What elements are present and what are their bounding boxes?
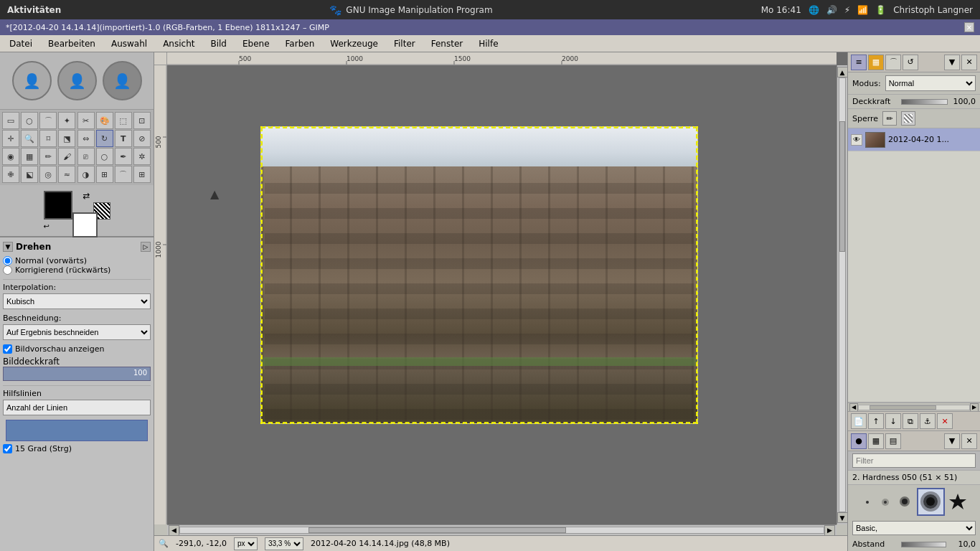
brush-panel-collapse[interactable]: ▼	[944, 433, 960, 449]
horizontal-scrollbar[interactable]: ◀ ▶	[167, 524, 837, 535]
tool-ellipse-select[interactable]: ○	[21, 112, 38, 129]
tool-heal[interactable]: ✙	[2, 166, 19, 183]
layer-visibility-toggle[interactable]: 👁	[851, 134, 862, 146]
tool-clone[interactable]: ✲	[133, 148, 151, 165]
tool-path[interactable]: ⌒	[115, 166, 132, 183]
zoom-icon[interactable]: 🔍	[159, 539, 169, 548]
interpolation-select[interactable]: Kubisch	[3, 293, 151, 309]
battery-icon[interactable]: 🔋	[875, 5, 886, 15]
lock-pixels-btn[interactable]: ✏	[882, 111, 897, 126]
menu-werkzeuge[interactable]: Werkzeuge	[324, 37, 385, 51]
tool-align[interactable]: ⊞	[133, 166, 151, 183]
zoom-select[interactable]: 33,3 %	[265, 537, 303, 550]
wifi-icon[interactable]: 📶	[857, 5, 868, 15]
guides-color-preview[interactable]	[6, 420, 148, 441]
brush-medium[interactable]	[895, 492, 915, 512]
direction-corrective-radio[interactable]: Korrigierend (rückwärts)	[3, 265, 151, 275]
duplicate-layer-btn[interactable]: ⧉	[903, 413, 918, 429]
tool-fg-select[interactable]: ⬚	[115, 112, 132, 129]
brush-soft-small[interactable]	[877, 494, 893, 510]
tool-smudge[interactable]: ≈	[58, 166, 75, 183]
brush-star[interactable]	[947, 491, 969, 513]
preview-checkbox[interactable]	[3, 344, 12, 354]
lower-layer-btn[interactable]: ↓	[885, 413, 901, 429]
foreground-color[interactable]	[44, 191, 72, 220]
tool-measure[interactable]: ⊞	[96, 166, 113, 183]
canvas-scroll-area[interactable]: ▲	[167, 65, 837, 524]
tool-crop[interactable]: ⊡	[133, 112, 151, 129]
menu-bearbeiten[interactable]: Bearbeiten	[42, 37, 102, 51]
h-scrollbar-thumb[interactable]	[308, 527, 566, 533]
tool-airbrush[interactable]: ○	[96, 148, 113, 165]
tool-rect-select[interactable]: ▭	[2, 112, 19, 129]
tool-bucket-fill[interactable]: ◉	[2, 148, 19, 165]
new-layer-btn[interactable]: 📄	[851, 413, 867, 429]
tool-flip[interactable]: ⇔	[77, 130, 95, 147]
layer-item[interactable]: 👁 2012-04-20 1...	[848, 128, 980, 151]
panel-layers-icon[interactable]: ≡	[851, 55, 867, 70]
tool-options-collapse[interactable]: ▼	[3, 242, 13, 252]
tool-gradient[interactable]: ▦	[21, 148, 38, 165]
brushes-icon[interactable]: ●	[851, 433, 867, 449]
activities-label[interactable]: Aktivitäten	[7, 5, 61, 15]
tool-color-picker[interactable]: ⊘	[133, 130, 151, 147]
tool-pencil[interactable]: ✏	[39, 148, 57, 165]
v-scroll-down[interactable]: ▼	[837, 512, 848, 523]
lock-alpha-btn[interactable]	[901, 111, 915, 126]
clip-select[interactable]: Auf Ergebnis beschneiden	[3, 324, 151, 340]
tool-blur[interactable]: ◎	[39, 166, 57, 183]
network-icon[interactable]: 🌐	[809, 5, 819, 15]
tool-text[interactable]: T	[115, 130, 132, 147]
tool-fuzzy-select[interactable]: ✦	[58, 112, 75, 129]
bluetooth-icon[interactable]: ⚡	[844, 5, 850, 15]
menu-filter[interactable]: Filter	[387, 37, 422, 51]
user-name[interactable]: Christoph Langner	[893, 5, 973, 15]
brush-filter-input[interactable]	[852, 453, 976, 468]
close-button[interactable]: ✕	[964, 22, 974, 32]
menu-ansicht[interactable]: Ansicht	[156, 37, 201, 51]
background-color[interactable]	[72, 212, 98, 237]
tool-options-restore[interactable]: ▷	[141, 242, 151, 252]
tool-color-select[interactable]: 🎨	[96, 112, 113, 129]
panel-paths-icon[interactable]: ⌒	[885, 55, 901, 70]
brush-panel-close[interactable]: ✕	[961, 433, 977, 449]
angle-snap-checkbox[interactable]	[3, 444, 12, 453]
v-scrollbar-thumb[interactable]	[839, 121, 845, 251]
angle-snap-row[interactable]: 15 Grad (Strg)	[3, 444, 151, 453]
unit-select[interactable]: px	[234, 537, 258, 550]
panel-close-icon[interactable]: ✕	[961, 55, 977, 70]
menu-datei[interactable]: Datei	[3, 37, 39, 51]
panel-channels-icon[interactable]: ▦	[868, 55, 884, 70]
delete-layer-btn[interactable]: ✕	[937, 413, 953, 429]
brush-set-select[interactable]: Basic,	[852, 521, 976, 535]
tool-free-select[interactable]: ⌒	[39, 112, 57, 129]
layers-scroll-thumb[interactable]	[870, 405, 936, 410]
gradients-icon[interactable]: ▤	[885, 433, 901, 449]
guides-count-input[interactable]	[3, 400, 151, 415]
tool-rotate[interactable]: ↻	[96, 130, 113, 147]
menu-ebene[interactable]: Ebene	[236, 37, 276, 51]
tool-move[interactable]: ✛	[2, 130, 19, 147]
menu-farben[interactable]: Farben	[279, 37, 321, 51]
opacity-slider-bar[interactable]: 100	[3, 367, 151, 381]
layers-scrollbar[interactable]: ◀ ▶	[848, 402, 980, 411]
brush-tiny-dot[interactable]	[859, 494, 875, 510]
h-scroll-left[interactable]: ◀	[169, 525, 179, 536]
tool-perspective[interactable]: ⬔	[58, 130, 75, 147]
tool-eraser[interactable]: ⎚	[77, 148, 95, 165]
menu-bild[interactable]: Bild	[204, 37, 233, 51]
v-scrollbar-track[interactable]	[839, 77, 846, 512]
panel-collapse-icon[interactable]: ▼	[944, 55, 960, 70]
tool-shear[interactable]: ⌑	[39, 130, 57, 147]
raise-layer-btn[interactable]: ↑	[868, 413, 884, 429]
tool-paintbrush[interactable]: 🖌	[58, 148, 75, 165]
abstand-slider[interactable]	[901, 542, 947, 547]
mode-select[interactable]: Normal	[885, 75, 976, 91]
tool-ink[interactable]: ✒	[115, 148, 132, 165]
layers-scroll-right[interactable]: ▶	[970, 403, 979, 412]
brush-large[interactable]	[917, 488, 945, 516]
color-swap-icon[interactable]: ⇄	[83, 191, 90, 201]
tool-zoom[interactable]: 🔍	[21, 130, 38, 147]
tool-perspective-clone[interactable]: ⬕	[21, 166, 38, 183]
color-reset[interactable]: ↩	[44, 222, 50, 230]
